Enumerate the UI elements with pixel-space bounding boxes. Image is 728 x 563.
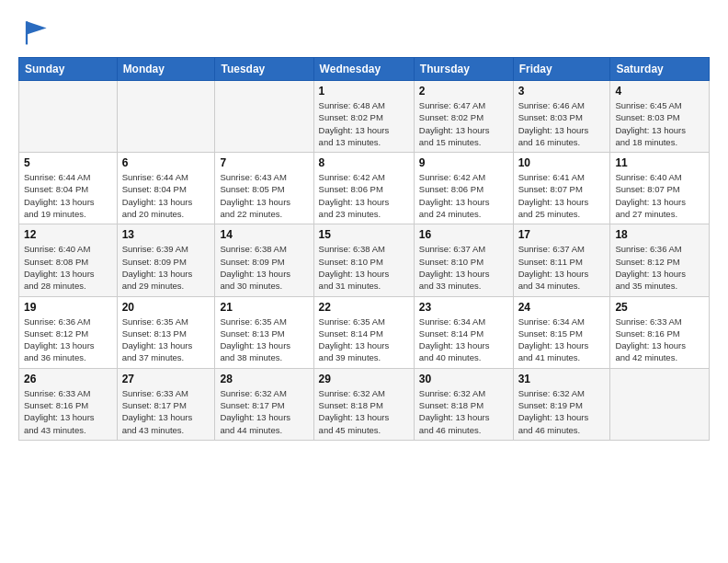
- calendar-day: 6Sunrise: 6:44 AMSunset: 8:04 PMDaylight…: [117, 153, 215, 224]
- calendar-day: 25Sunrise: 6:33 AMSunset: 8:16 PMDayligh…: [610, 296, 710, 368]
- day-info: Sunrise: 6:32 AMSunset: 8:18 PMDaylight:…: [319, 387, 409, 436]
- calendar-week-3: 12Sunrise: 6:40 AMSunset: 8:08 PMDayligh…: [19, 224, 710, 296]
- calendar-day: [117, 81, 215, 153]
- day-number: 21: [220, 301, 308, 314]
- calendar-day: 14Sunrise: 6:38 AMSunset: 8:09 PMDayligh…: [215, 224, 313, 296]
- day-number: 3: [518, 85, 606, 98]
- day-number: 25: [615, 301, 704, 314]
- day-info: Sunrise: 6:39 AMSunset: 8:09 PMDaylight:…: [122, 243, 210, 292]
- calendar-day: 12Sunrise: 6:40 AMSunset: 8:08 PMDayligh…: [19, 224, 118, 296]
- day-number: 7: [220, 156, 308, 169]
- calendar-week-4: 19Sunrise: 6:36 AMSunset: 8:12 PMDayligh…: [19, 296, 710, 368]
- calendar-day: 23Sunrise: 6:34 AMSunset: 8:14 PMDayligh…: [414, 296, 513, 368]
- day-info: Sunrise: 6:46 AMSunset: 8:03 PMDaylight:…: [518, 99, 606, 148]
- calendar-day: 10Sunrise: 6:41 AMSunset: 8:07 PMDayligh…: [513, 153, 610, 224]
- header: [18, 15, 710, 48]
- calendar-day: 7Sunrise: 6:43 AMSunset: 8:05 PMDaylight…: [215, 153, 313, 224]
- day-number: 13: [122, 228, 210, 241]
- day-info: Sunrise: 6:35 AMSunset: 8:13 PMDaylight:…: [122, 316, 210, 364]
- calendar-day: 1Sunrise: 6:48 AMSunset: 8:02 PMDaylight…: [313, 81, 414, 153]
- day-number: 20: [122, 301, 210, 314]
- day-number: 8: [319, 156, 409, 169]
- calendar-day: 19Sunrise: 6:36 AMSunset: 8:12 PMDayligh…: [19, 296, 118, 368]
- day-info: Sunrise: 6:40 AMSunset: 8:08 PMDaylight:…: [24, 243, 112, 292]
- calendar-header-row: SundayMondayTuesdayWednesdayThursdayFrid…: [19, 58, 710, 81]
- day-info: Sunrise: 6:34 AMSunset: 8:14 PMDaylight:…: [419, 316, 508, 364]
- calendar-header-sunday: Sunday: [19, 58, 118, 81]
- calendar-day: 3Sunrise: 6:46 AMSunset: 8:03 PMDaylight…: [513, 81, 610, 153]
- day-number: 18: [615, 228, 704, 241]
- calendar-day: 16Sunrise: 6:37 AMSunset: 8:10 PMDayligh…: [414, 224, 513, 296]
- day-number: 6: [122, 156, 210, 169]
- day-info: Sunrise: 6:48 AMSunset: 8:02 PMDaylight:…: [319, 99, 409, 148]
- calendar-week-1: 1Sunrise: 6:48 AMSunset: 8:02 PMDaylight…: [19, 81, 710, 153]
- calendar-day: 2Sunrise: 6:47 AMSunset: 8:02 PMDaylight…: [414, 81, 513, 153]
- calendar-day: 26Sunrise: 6:33 AMSunset: 8:16 PMDayligh…: [19, 368, 118, 440]
- day-info: Sunrise: 6:34 AMSunset: 8:15 PMDaylight:…: [518, 316, 606, 364]
- calendar-day: 17Sunrise: 6:37 AMSunset: 8:11 PMDayligh…: [513, 224, 610, 296]
- day-info: Sunrise: 6:33 AMSunset: 8:16 PMDaylight:…: [24, 387, 112, 436]
- calendar-day: 11Sunrise: 6:40 AMSunset: 8:07 PMDayligh…: [610, 153, 710, 224]
- calendar-week-2: 5Sunrise: 6:44 AMSunset: 8:04 PMDaylight…: [19, 153, 710, 224]
- day-number: 30: [419, 373, 508, 385]
- day-number: 4: [615, 85, 704, 98]
- day-number: 28: [220, 373, 308, 385]
- calendar-day: 27Sunrise: 6:33 AMSunset: 8:17 PMDayligh…: [117, 368, 215, 440]
- calendar-header-saturday: Saturday: [610, 58, 710, 81]
- day-info: Sunrise: 6:44 AMSunset: 8:04 PMDaylight:…: [122, 171, 210, 220]
- day-info: Sunrise: 6:47 AMSunset: 8:02 PMDaylight:…: [419, 99, 508, 148]
- calendar-day: 4Sunrise: 6:45 AMSunset: 8:03 PMDaylight…: [610, 81, 710, 153]
- calendar-header-thursday: Thursday: [414, 58, 513, 81]
- day-info: Sunrise: 6:36 AMSunset: 8:12 PMDaylight:…: [615, 243, 704, 292]
- day-info: Sunrise: 6:36 AMSunset: 8:12 PMDaylight:…: [24, 316, 112, 364]
- calendar-header-tuesday: Tuesday: [215, 58, 313, 81]
- day-info: Sunrise: 6:42 AMSunset: 8:06 PMDaylight:…: [319, 171, 409, 220]
- calendar-day: 8Sunrise: 6:42 AMSunset: 8:06 PMDaylight…: [313, 153, 414, 224]
- calendar-header-wednesday: Wednesday: [313, 58, 414, 81]
- day-number: 16: [419, 228, 508, 241]
- day-number: 23: [419, 301, 508, 314]
- calendar-header-friday: Friday: [513, 58, 610, 81]
- day-number: 5: [24, 156, 112, 169]
- calendar-day: 9Sunrise: 6:42 AMSunset: 8:06 PMDaylight…: [414, 153, 513, 224]
- calendar-week-5: 26Sunrise: 6:33 AMSunset: 8:16 PMDayligh…: [19, 368, 710, 440]
- day-number: 27: [122, 373, 210, 385]
- day-number: 12: [24, 228, 112, 241]
- day-info: Sunrise: 6:40 AMSunset: 8:07 PMDaylight:…: [615, 171, 704, 220]
- day-info: Sunrise: 6:35 AMSunset: 8:14 PMDaylight:…: [319, 316, 409, 364]
- calendar-table: SundayMondayTuesdayWednesdayThursdayFrid…: [18, 57, 710, 441]
- day-number: 19: [24, 301, 112, 314]
- day-info: Sunrise: 6:37 AMSunset: 8:11 PMDaylight:…: [518, 243, 606, 292]
- calendar-day: 29Sunrise: 6:32 AMSunset: 8:18 PMDayligh…: [313, 368, 414, 440]
- calendar-day: 24Sunrise: 6:34 AMSunset: 8:15 PMDayligh…: [513, 296, 610, 368]
- day-info: Sunrise: 6:32 AMSunset: 8:17 PMDaylight:…: [220, 387, 308, 436]
- day-info: Sunrise: 6:32 AMSunset: 8:18 PMDaylight:…: [419, 387, 508, 436]
- day-info: Sunrise: 6:44 AMSunset: 8:04 PMDaylight:…: [24, 171, 112, 220]
- day-number: 1: [319, 85, 409, 98]
- logo-area: [18, 15, 55, 48]
- calendar-day: 22Sunrise: 6:35 AMSunset: 8:14 PMDayligh…: [313, 296, 414, 368]
- calendar-header-monday: Monday: [117, 58, 215, 81]
- day-info: Sunrise: 6:33 AMSunset: 8:16 PMDaylight:…: [615, 316, 704, 364]
- calendar-day: 20Sunrise: 6:35 AMSunset: 8:13 PMDayligh…: [117, 296, 215, 368]
- day-number: 11: [615, 156, 704, 169]
- day-number: 31: [518, 373, 606, 385]
- calendar-day: [215, 81, 313, 153]
- day-number: 14: [220, 228, 308, 241]
- day-number: 26: [24, 373, 112, 385]
- day-number: 15: [319, 228, 409, 241]
- calendar-day: 18Sunrise: 6:36 AMSunset: 8:12 PMDayligh…: [610, 224, 710, 296]
- calendar-day: 30Sunrise: 6:32 AMSunset: 8:18 PMDayligh…: [414, 368, 513, 440]
- calendar-day: 21Sunrise: 6:35 AMSunset: 8:13 PMDayligh…: [215, 296, 313, 368]
- day-number: 17: [518, 228, 606, 241]
- calendar-day: 13Sunrise: 6:39 AMSunset: 8:09 PMDayligh…: [117, 224, 215, 296]
- day-info: Sunrise: 6:45 AMSunset: 8:03 PMDaylight:…: [615, 99, 704, 148]
- day-info: Sunrise: 6:35 AMSunset: 8:13 PMDaylight:…: [220, 316, 308, 364]
- day-number: 10: [518, 156, 606, 169]
- calendar-day: [19, 81, 118, 153]
- day-number: 24: [518, 301, 606, 314]
- day-number: 9: [419, 156, 508, 169]
- page: SundayMondayTuesdayWednesdayThursdayFrid…: [0, 0, 728, 455]
- day-info: Sunrise: 6:41 AMSunset: 8:07 PMDaylight:…: [518, 171, 606, 220]
- day-info: Sunrise: 6:42 AMSunset: 8:06 PMDaylight:…: [419, 171, 508, 220]
